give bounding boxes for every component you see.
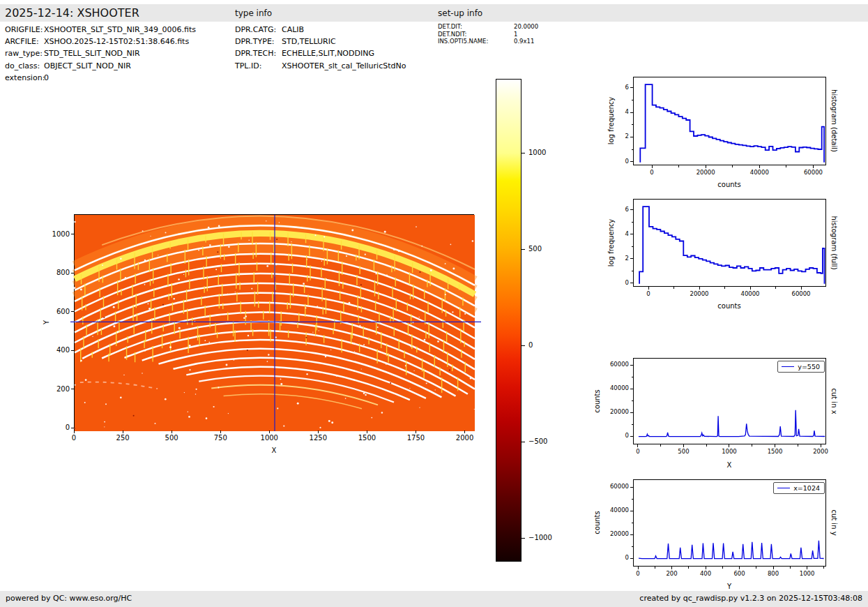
x-tick-mark	[123, 430, 123, 433]
x-tick-label: 20000	[678, 290, 720, 297]
y-tick-label: 20000	[601, 408, 629, 415]
y-tick-mark	[630, 234, 633, 234]
cut-y-legend: x=1024	[773, 482, 825, 494]
y-tick-label: 40000	[601, 507, 629, 514]
x-tick-mark	[683, 444, 684, 447]
x-minor-tick	[798, 444, 798, 447]
y-tick-label: 200	[42, 385, 70, 393]
y-tick-label: 1000	[42, 230, 70, 238]
y-tick-mark	[71, 428, 74, 428]
x-tick-label: 1500	[346, 434, 388, 442]
x-tick-mark	[671, 567, 672, 569]
y-minor-tick	[632, 100, 634, 100]
x-tick-label: 250	[102, 434, 144, 442]
x-tick-mark	[729, 444, 729, 447]
x-tick-mark	[773, 567, 774, 569]
x-tick-label: 1500	[754, 448, 795, 455]
x-tick-mark	[172, 430, 172, 433]
x-tick-mark	[706, 567, 706, 569]
y-tick-mark	[630, 283, 633, 283]
cut-x-legend-label: y=550	[798, 363, 820, 370]
cut-y-legend-label: x=1024	[793, 484, 820, 492]
y-minor-tick	[632, 149, 634, 150]
x-tick-mark	[464, 430, 465, 433]
y-tick-mark	[630, 365, 633, 366]
x-tick-mark	[813, 165, 814, 168]
x-tick-mark	[367, 430, 367, 433]
y-minor-tick	[632, 271, 634, 271]
colorbar-tick-label: −1000	[528, 534, 552, 541]
y-tick-mark	[630, 209, 633, 210]
x-tick-mark	[318, 430, 319, 433]
y-tick-label: 2	[601, 133, 629, 140]
x-tick-mark	[739, 567, 740, 569]
x-tick-mark	[807, 567, 807, 569]
colorbar-tick-label: 0	[528, 341, 533, 349]
y-tick-mark	[630, 534, 633, 535]
cut-in-x-series	[639, 410, 825, 437]
x-minor-tick	[786, 165, 786, 167]
x-tick-label: 750	[199, 434, 241, 442]
y-tick-label: 4	[601, 230, 629, 237]
x-tick-mark	[652, 165, 653, 168]
y-tick-label: 0	[601, 279, 629, 286]
y-minor-tick	[632, 246, 634, 247]
x-minor-tick	[655, 567, 655, 569]
x-tick-label: 40000	[729, 290, 771, 297]
y-tick-label: 2	[601, 255, 629, 262]
y-tick-mark	[630, 161, 633, 162]
y-minor-tick	[632, 222, 634, 223]
y-tick-mark	[71, 350, 74, 351]
x-tick-label: 0	[617, 448, 659, 455]
x-tick-label: 1750	[395, 434, 436, 442]
x-tick-label: 20000	[685, 169, 726, 176]
legend-line-sample	[782, 366, 794, 367]
x-tick-label: 60000	[792, 169, 834, 176]
y-tick-mark	[71, 234, 74, 234]
x-tick-mark	[750, 287, 751, 290]
y-tick-mark	[71, 311, 74, 312]
y-tick-label: 0	[601, 432, 629, 439]
x-tick-label: 500	[151, 434, 192, 442]
x-tick-label: 1000	[248, 434, 290, 442]
x-minor-tick	[790, 567, 791, 569]
colorbar-tick-mark	[521, 442, 525, 442]
colorbar-tick-mark	[521, 345, 525, 346]
y-tick-mark	[630, 258, 633, 259]
cut-in-y-series	[639, 541, 824, 559]
y-tick-label: 600	[42, 308, 70, 315]
x-tick-label: 1000	[708, 448, 750, 455]
histogram-detail-plot	[633, 77, 826, 165]
x-minor-tick	[660, 444, 661, 447]
x-tick-label: 1250	[297, 434, 339, 442]
histogram-detail-series	[640, 84, 824, 163]
y-tick-mark	[630, 487, 633, 488]
y-minor-tick	[632, 523, 634, 523]
y-tick-mark	[630, 87, 633, 88]
x-minor-tick	[722, 567, 723, 569]
y-tick-mark	[71, 389, 74, 389]
y-tick-mark	[630, 558, 633, 559]
y-tick-label: 0	[42, 424, 70, 431]
x-tick-mark	[416, 430, 416, 433]
y-minor-tick	[632, 377, 634, 377]
plots-layer: 0200004000060000024602000040000600000246…	[0, 0, 868, 607]
x-minor-tick	[756, 567, 756, 569]
x-minor-tick	[678, 165, 679, 167]
y-tick-mark	[630, 511, 633, 511]
x-minor-tick	[823, 567, 824, 569]
histogram-full-series	[639, 207, 824, 284]
histogram-full-plot	[633, 199, 826, 287]
y-tick-label: 800	[42, 269, 70, 276]
y-tick-label: 6	[601, 84, 629, 91]
y-tick-label: 60000	[601, 361, 629, 368]
colorbar-tick-label: −500	[528, 437, 547, 445]
x-minor-tick	[775, 287, 776, 289]
x-tick-mark	[269, 430, 270, 433]
y-tick-mark	[630, 436, 633, 437]
x-tick-mark	[637, 444, 638, 447]
y-tick-label: 40000	[601, 384, 629, 391]
y-tick-mark	[630, 412, 633, 413]
x-tick-label: 0	[53, 434, 95, 442]
y-tick-label: 400	[42, 346, 70, 354]
